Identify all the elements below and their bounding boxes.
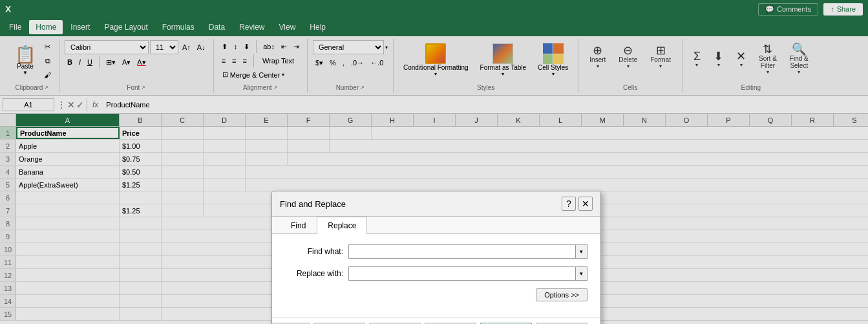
find-replace-dialog: Find and Replace ? ✕ Find Replace Find w…	[271, 191, 601, 321]
dialog-title: Find and Replace	[280, 199, 346, 209]
options-button[interactable]: Options >>	[536, 288, 587, 301]
replace-with-input[interactable]	[349, 267, 575, 280]
dialog-tab-find[interactable]: Find	[280, 217, 317, 234]
dialog-title-buttons: ? ✕	[562, 197, 593, 211]
replace-with-dropdown[interactable]: ▾	[575, 267, 587, 280]
replace-with-label: Replace with:	[285, 269, 343, 278]
dialog-tab-replace[interactable]: Replace	[317, 217, 367, 234]
dialog-footer: Replace All Replace Find All Previous Ne…	[272, 317, 600, 321]
dialog-overlay: Find and Replace ? ✕ Find Replace Find w…	[0, 0, 868, 321]
dialog-close-x-button[interactable]: ✕	[578, 197, 593, 211]
replace-with-input-wrapper: ▾	[348, 266, 587, 281]
options-row: Options >>	[285, 288, 587, 301]
dialog-help-button[interactable]: ?	[562, 197, 576, 211]
find-what-input-wrapper: ▾	[348, 244, 587, 259]
dialog-body: Find what: ▾ Replace with: ▾ Options >>	[272, 234, 600, 317]
replace-with-field: Replace with: ▾	[285, 266, 587, 281]
find-what-label: Find what:	[285, 247, 343, 256]
find-what-field: Find what: ▾	[285, 244, 587, 259]
dialog-tabs: Find Replace	[272, 217, 600, 234]
find-what-input[interactable]	[349, 245, 575, 258]
dialog-title-bar: Find and Replace ? ✕	[272, 191, 600, 217]
find-what-dropdown[interactable]: ▾	[575, 245, 587, 258]
